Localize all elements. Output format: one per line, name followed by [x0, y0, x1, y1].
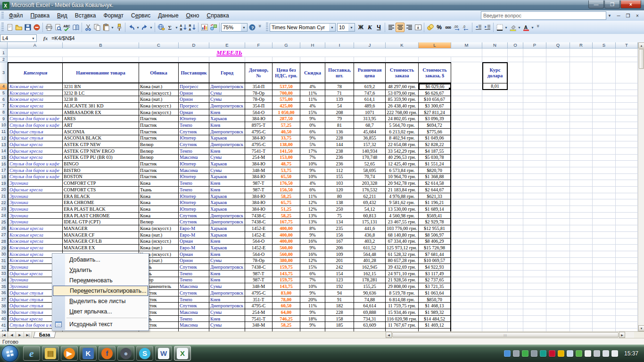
font-name-dropdown-icon[interactable]: ▼: [329, 24, 335, 31]
cell[interactable]: [546, 239, 570, 245]
cell[interactable]: [570, 296, 593, 303]
cell-K8[interactable]: 222 768,00 грн.: [386, 109, 419, 116]
cell-B18[interactable]: BOSTON: [63, 174, 139, 181]
cell-G26[interactable]: 400,00: [272, 225, 300, 232]
workbook-minimize-button[interactable]: ─: [616, 13, 621, 18]
cell-E4[interactable]: Днепропетровск: [209, 83, 245, 90]
cell[interactable]: [451, 187, 482, 193]
row-header-2[interactable]: 2: [0, 57, 8, 62]
cell[interactable]: [523, 271, 546, 277]
cell-D36[interactable]: Спутник: [179, 290, 209, 296]
tab-last-icon[interactable]: ▶|: [24, 332, 32, 338]
cell-J35[interactable]: 155,25: [354, 283, 386, 290]
cell[interactable]: [508, 264, 523, 271]
cell[interactable]: [570, 316, 593, 322]
cell-A5[interactable]: Кожаные кресла: [8, 90, 63, 97]
scroll-down-icon[interactable]: ▼: [638, 325, 644, 331]
cell[interactable]: [546, 193, 570, 200]
cell[interactable]: [523, 148, 546, 155]
cell[interactable]: [593, 225, 616, 232]
cell[interactable]: [570, 309, 593, 316]
cell-C4[interactable]: Кожа (нат.): [139, 83, 179, 90]
cell[interactable]: [546, 303, 570, 309]
cell-E6[interactable]: Сумы: [209, 96, 245, 103]
cell[interactable]: [508, 239, 523, 245]
cell-H22[interactable]: 12%: [300, 199, 325, 206]
cell-F37[interactable]: 351-Т: [245, 296, 272, 303]
cell[interactable]: [523, 174, 546, 181]
cell[interactable]: [508, 283, 523, 290]
cell-J39[interactable]: 69,888: [354, 309, 386, 316]
cell[interactable]: [593, 193, 616, 200]
tray-volume-icon[interactable]: [611, 350, 618, 357]
cell-B27[interactable]: MANAGER CF: [63, 232, 139, 239]
cell-L23[interactable]: $1 689,14: [419, 206, 451, 213]
cell-D20[interactable]: Темпо: [179, 187, 209, 193]
row-header-28[interactable]: 28: [0, 239, 8, 245]
cell-J15[interactable]: 170,748: [354, 155, 386, 161]
cell[interactable]: [546, 213, 570, 219]
cell[interactable]: [593, 187, 616, 193]
cell-H17[interactable]: 9%: [300, 167, 325, 174]
cell[interactable]: [593, 174, 616, 181]
cell-I30[interactable]: 109: [325, 251, 354, 258]
cell[interactable]: [482, 206, 508, 213]
cell-H5[interactable]: 11%: [300, 90, 325, 97]
cell-H28[interactable]: 16%: [300, 239, 325, 245]
cell-K18[interactable]: 10 964,70 грн.: [386, 174, 419, 181]
cell[interactable]: [482, 296, 508, 303]
menu-Вставка[interactable]: Вставка: [71, 11, 100, 20]
cell-A14[interactable]: Офисные кресла: [8, 148, 63, 155]
exchange-rate-value[interactable]: 8,01: [482, 83, 508, 90]
cell[interactable]: [570, 258, 593, 264]
cell-I22[interactable]: 138: [325, 199, 354, 206]
cell-H12[interactable]: 9%: [300, 135, 325, 142]
cell[interactable]: [508, 135, 523, 142]
column-header-F[interactable]: F: [245, 42, 272, 49]
cell-D23[interactable]: Юпитер: [179, 206, 209, 213]
cell-A12[interactable]: Офисные стулья: [8, 135, 63, 142]
cell[interactable]: [593, 103, 616, 109]
cell-B26[interactable]: MANAGER: [63, 225, 139, 232]
cell-H41[interactable]: 9%: [300, 322, 325, 329]
paste-icon[interactable]: [101, 23, 110, 32]
cell-F19[interactable]: 987-Т: [245, 180, 272, 187]
cell-H32[interactable]: 15%: [300, 264, 325, 271]
cell[interactable]: [593, 271, 616, 277]
cell-G33[interactable]: 143,75: [272, 271, 300, 277]
cell[interactable]: [616, 258, 638, 264]
row-header-37[interactable]: 37: [0, 296, 8, 303]
cell-G4[interactable]: 537,50: [272, 83, 300, 90]
cell-L13[interactable]: $2 828,22: [419, 141, 451, 148]
cell[interactable]: [508, 316, 523, 322]
cell-E34[interactable]: Киев: [209, 277, 245, 284]
cell-E40[interactable]: Киев: [209, 316, 245, 322]
cell-A18[interactable]: Стулья для баров и кафе: [8, 174, 63, 181]
cell[interactable]: [482, 122, 508, 129]
table-header-I[interactable]: Поставка, шт.: [325, 62, 354, 83]
cell-A29[interactable]: Кожаные кресла: [8, 245, 63, 251]
cell-D12[interactable]: Юпитер: [179, 135, 209, 142]
cell[interactable]: [616, 83, 638, 90]
cell-G35[interactable]: 143,75: [272, 283, 300, 290]
font-size-combo[interactable]: 10▼: [337, 23, 355, 32]
table-header-F[interactable]: Договор, №: [245, 62, 272, 83]
cell-J37[interactable]: 74,88: [354, 296, 386, 303]
standard-toolbar-grip[interactable]: [1, 23, 4, 32]
cell[interactable]: [451, 322, 482, 329]
cell-H16[interactable]: 10%: [300, 161, 325, 167]
cell[interactable]: [482, 309, 508, 316]
zoom-combo[interactable]: 75%▼: [221, 23, 248, 32]
cell-G6[interactable]: 575,00: [272, 96, 300, 103]
cell[interactable]: [508, 258, 523, 264]
cell[interactable]: [482, 303, 508, 309]
cell[interactable]: [451, 271, 482, 277]
cell[interactable]: [593, 129, 616, 135]
cell-G36[interactable]: 83,00: [272, 290, 300, 296]
cell-I15[interactable]: 236: [325, 155, 354, 161]
cell[interactable]: [451, 296, 482, 303]
cell-E26[interactable]: Харьков: [209, 225, 245, 232]
cell-B19[interactable]: COMFORT CTP: [63, 180, 139, 187]
cell-E38[interactable]: Днепропетровск: [209, 303, 245, 309]
cell[interactable]: [570, 219, 593, 225]
